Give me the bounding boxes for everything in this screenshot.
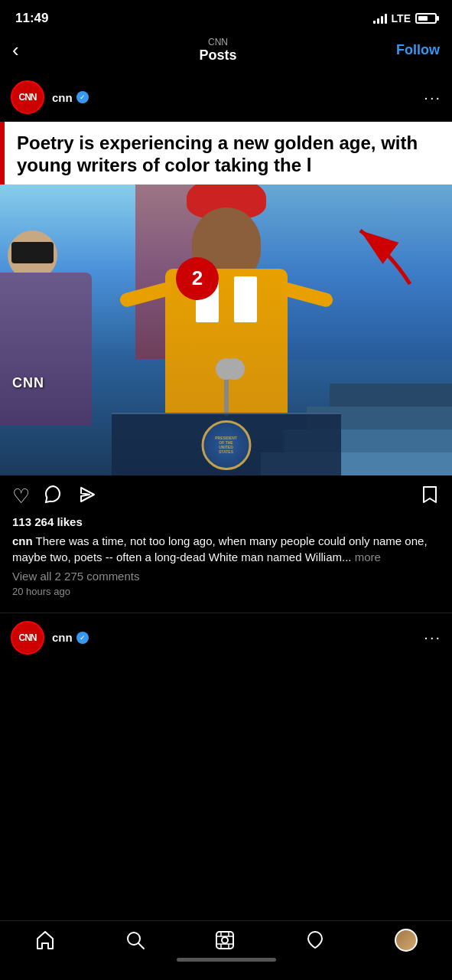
status-right-icons: LTE (373, 12, 437, 24)
username[interactable]: cnn (52, 91, 73, 104)
caption-more[interactable]: more (355, 550, 381, 564)
share-button[interactable] (77, 485, 97, 509)
mic-stand (224, 377, 229, 416)
step-4 (330, 384, 452, 407)
signal-bar-1 (373, 21, 376, 24)
signal-bar-4 (385, 14, 387, 24)
more-options-button[interactable]: ··· (424, 89, 441, 106)
nav-profile[interactable] (395, 929, 418, 952)
bottom-nav-items (0, 929, 452, 952)
lte-label: LTE (392, 12, 411, 24)
nav-reels[interactable] (214, 929, 236, 951)
svg-rect-3 (216, 932, 233, 949)
podium: PRESIDENTOF THEUNITEDSTATES (112, 413, 341, 475)
verified-badge: ✓ (76, 91, 89, 103)
bookmark-button[interactable] (420, 485, 440, 509)
mic-head-right (223, 358, 245, 380)
post-actions: ♡ (0, 475, 452, 515)
nav-title: Posts (199, 47, 236, 64)
cnn-watermark: CNN (12, 375, 44, 391)
back-button[interactable]: ‹ (12, 38, 40, 62)
nav-home[interactable] (34, 929, 56, 951)
crowd-jacket-1 (0, 273, 92, 426)
second-post-header-left: CNN cnn ✓ (11, 621, 89, 655)
headline-card: Poetry is experiencing a new golden age,… (0, 122, 452, 185)
arrow-svg (337, 223, 421, 292)
comments-link[interactable]: View all 2 275 comments (12, 570, 440, 583)
svg-point-4 (222, 937, 228, 943)
profile-avatar[interactable] (395, 929, 418, 952)
username-row: cnn ✓ (52, 91, 89, 104)
second-post-avatar[interactable]: CNN (11, 621, 44, 655)
crowd-mask-1 (11, 242, 54, 263)
nav-center: CNN Posts (199, 37, 236, 64)
avatar[interactable]: CNN (11, 80, 44, 114)
post-header-left: CNN cnn ✓ (11, 80, 89, 114)
like-button[interactable]: ♡ (12, 485, 30, 508)
crowd-person-left (0, 230, 92, 430)
second-more-options-button[interactable]: ··· (424, 629, 441, 646)
cnn-logo: CNN (12, 82, 43, 113)
bottom-nav (0, 920, 452, 980)
signal-bars (373, 13, 387, 24)
caption: cnn There was a time, not too long ago, … (12, 533, 440, 565)
annotation-number: 2 (176, 257, 219, 300)
annotation-arrow (337, 223, 421, 295)
svg-line-2 (138, 943, 144, 949)
second-cnn-logo: CNN (12, 622, 43, 653)
battery-icon (415, 13, 437, 24)
presidential-seal: PRESIDENTOF THEUNITEDSTATES (201, 420, 251, 470)
status-time: 11:49 (15, 11, 48, 26)
follow-button[interactable]: Follow (396, 42, 440, 58)
post-container: CNN cnn ✓ ··· Poetry is experiencing a n… (0, 73, 452, 662)
signal-bar-3 (381, 16, 383, 24)
post-header: CNN cnn ✓ ··· (0, 73, 452, 122)
timestamp: 20 hours ago (12, 586, 440, 597)
nav-header: ‹ CNN Posts Follow (0, 34, 452, 73)
jacket-lapel-right (234, 276, 257, 322)
second-post-header: CNN cnn ✓ ··· (0, 612, 452, 662)
home-indicator (177, 958, 276, 962)
post-info: 113 264 likes cnn There was a time, not … (0, 515, 452, 612)
caption-username[interactable]: cnn (12, 534, 33, 547)
status-bar: 11:49 LTE (0, 0, 452, 34)
post-photo[interactable]: PRESIDENTOF THEUNITEDSTATES CNN 2 (0, 185, 452, 475)
nav-subtitle: CNN (199, 37, 236, 47)
nav-activity[interactable] (304, 929, 326, 951)
second-username[interactable]: cnn (52, 631, 73, 644)
headline-text: Poetry is experiencing a new golden age,… (17, 132, 440, 177)
likes-count: 113 264 likes (12, 515, 440, 528)
comment-button[interactable] (44, 485, 63, 509)
post-image-wrapper: Poetry is experiencing a new golden age,… (0, 122, 452, 475)
actions-left: ♡ (12, 485, 97, 509)
nav-search[interactable] (125, 929, 146, 951)
second-verified-badge: ✓ (76, 632, 89, 644)
second-username-row: cnn ✓ (52, 631, 89, 644)
battery-fill (418, 16, 428, 21)
signal-bar-2 (377, 18, 379, 24)
